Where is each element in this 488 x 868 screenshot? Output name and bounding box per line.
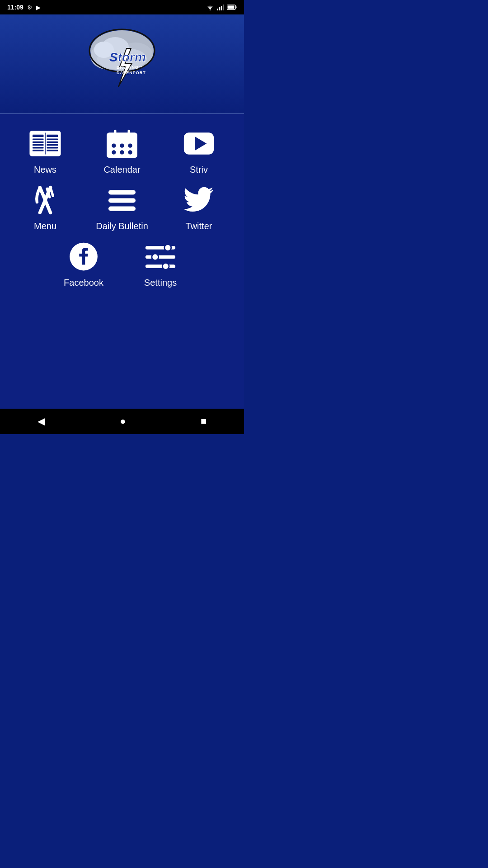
home-button[interactable]: ● xyxy=(111,412,135,431)
twitter-icon xyxy=(183,185,215,215)
facebook-icon-wrap xyxy=(66,241,102,272)
svg-point-60 xyxy=(164,244,171,251)
svg-rect-27 xyxy=(33,150,44,151)
svg-rect-30 xyxy=(47,141,58,143)
settings-icon-wrap xyxy=(142,241,178,272)
svg-point-39 xyxy=(120,143,124,147)
svg-text:BRUNING™: BRUNING™ xyxy=(117,65,143,70)
calendar-label: Calendar xyxy=(103,165,140,175)
grid-row-2: Menu Daily Bulletin Twitter xyxy=(9,184,235,231)
svg-rect-53 xyxy=(108,190,136,194)
facebook-icon xyxy=(68,242,99,271)
calendar-icon xyxy=(106,129,138,158)
svg-point-41 xyxy=(112,150,116,154)
svg-rect-25 xyxy=(33,144,44,146)
menu-food-icon xyxy=(29,185,61,215)
svg-rect-54 xyxy=(108,198,136,203)
nav-bar: ◀ ● ■ xyxy=(0,409,244,434)
facebook-item[interactable]: Facebook xyxy=(52,241,115,288)
calendar-icon-wrap xyxy=(104,127,140,159)
news-icon xyxy=(29,129,61,158)
wifi-icon xyxy=(206,4,214,10)
svg-rect-59 xyxy=(145,264,175,268)
svg-rect-2 xyxy=(219,7,221,10)
back-button[interactable]: ◀ xyxy=(28,412,54,431)
svg-rect-4 xyxy=(223,5,225,10)
twitter-icon-wrap xyxy=(181,184,217,216)
battery-icon xyxy=(227,5,237,10)
recent-button[interactable]: ■ xyxy=(192,412,216,431)
settings-label: Settings xyxy=(144,278,177,288)
svg-point-43 xyxy=(128,150,132,154)
news-item[interactable]: News xyxy=(14,127,77,175)
svg-rect-22 xyxy=(33,134,44,137)
news-icon-wrap xyxy=(27,127,63,159)
striv-icon xyxy=(183,129,215,158)
svg-rect-1 xyxy=(217,9,218,10)
menu-item[interactable]: Menu xyxy=(14,184,77,231)
svg-rect-24 xyxy=(33,141,44,143)
striv-icon-wrap xyxy=(181,127,217,159)
logo-container: Storm S BRUNING™ DAVENPORT xyxy=(77,24,167,105)
twitter-item[interactable]: Twitter xyxy=(167,184,230,231)
grid-row-1: News xyxy=(9,127,235,175)
app-header: Storm S BRUNING™ DAVENPORT xyxy=(0,14,244,114)
grid-row-3: Facebook Settings xyxy=(9,241,235,288)
settings-icon xyxy=(145,242,176,271)
calendar-item[interactable]: Calendar xyxy=(90,127,154,175)
svg-rect-37 xyxy=(107,138,137,141)
daily-bulletin-item[interactable]: Daily Bulletin xyxy=(90,184,154,231)
svg-line-52 xyxy=(51,187,53,196)
main-content: News xyxy=(0,114,244,409)
status-bar: 11:09 ⚙ ▶ xyxy=(0,0,244,14)
svg-rect-29 xyxy=(47,138,58,140)
svg-text:S: S xyxy=(109,50,118,64)
striv-label: Striv xyxy=(190,165,208,175)
storm-logo: Storm S BRUNING™ DAVENPORT xyxy=(77,24,167,105)
play-icon: ▶ xyxy=(36,4,41,11)
svg-rect-3 xyxy=(221,6,222,10)
svg-point-40 xyxy=(128,143,132,147)
twitter-label: Twitter xyxy=(186,221,212,231)
svg-text:DAVENPORT: DAVENPORT xyxy=(117,71,146,75)
svg-point-62 xyxy=(162,263,169,269)
svg-point-42 xyxy=(120,150,124,154)
svg-rect-58 xyxy=(145,255,175,258)
status-left: 11:09 ⚙ ▶ xyxy=(7,4,41,11)
signal-icon xyxy=(217,4,224,10)
svg-point-38 xyxy=(112,143,116,147)
svg-rect-26 xyxy=(33,146,44,148)
svg-rect-31 xyxy=(47,144,58,146)
svg-rect-6 xyxy=(228,6,235,9)
facebook-label: Facebook xyxy=(64,278,103,288)
gear-icon: ⚙ xyxy=(27,4,33,11)
status-time: 11:09 xyxy=(7,4,23,11)
menu-icon-wrap xyxy=(27,184,63,216)
svg-rect-32 xyxy=(47,146,58,148)
svg-rect-7 xyxy=(236,6,237,8)
settings-item[interactable]: Settings xyxy=(129,241,192,288)
svg-rect-23 xyxy=(33,138,44,140)
svg-rect-28 xyxy=(47,134,58,137)
striv-item[interactable]: Striv xyxy=(167,127,230,175)
svg-point-61 xyxy=(152,253,159,260)
bulletin-icon xyxy=(106,185,138,215)
status-right xyxy=(206,4,237,10)
svg-rect-33 xyxy=(47,150,58,151)
menu-label: Menu xyxy=(34,221,56,231)
bulletin-icon-wrap xyxy=(104,184,140,216)
bulletin-label: Daily Bulletin xyxy=(96,221,148,231)
svg-rect-55 xyxy=(108,206,136,211)
svg-point-0 xyxy=(210,9,211,10)
news-label: News xyxy=(34,165,56,175)
